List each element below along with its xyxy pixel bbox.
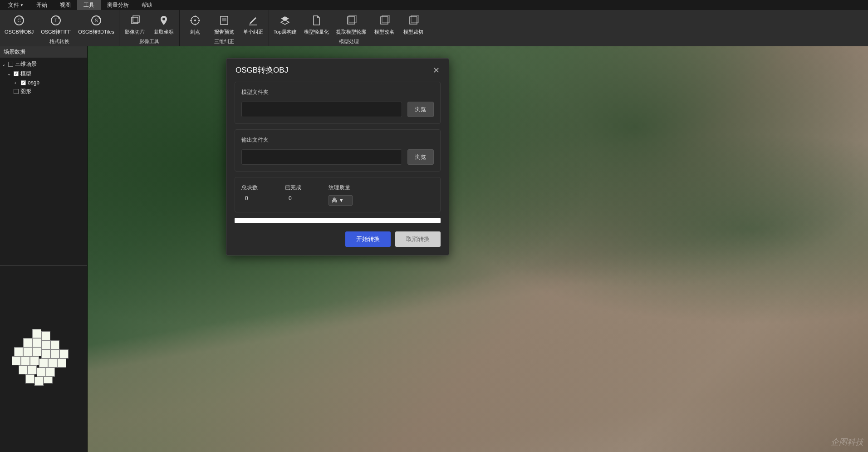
total-blocks-value: 0: [241, 195, 258, 201]
browse-output-button[interactable]: 浏览: [407, 149, 434, 165]
completed-value: 0: [285, 195, 301, 201]
output-folder-label: 输出文件夹: [241, 136, 434, 144]
target-icon: [189, 14, 201, 27]
model-folder-input[interactable]: [241, 102, 402, 117]
svg-point-10: [194, 20, 196, 21]
top-layer-build-button[interactable]: Top层构建: [270, 10, 300, 37]
report-icon: [218, 14, 230, 27]
checkbox[interactable]: [14, 89, 19, 94]
menu-file[interactable]: 文件▼: [2, 0, 30, 10]
convert-s-icon: S: [90, 14, 103, 27]
cancel-convert-button[interactable]: 取消转换: [395, 231, 441, 247]
texture-quality-select[interactable]: 高 ▼: [329, 195, 353, 206]
progress-bar: [235, 218, 441, 223]
checkbox[interactable]: [14, 71, 19, 76]
pin-icon: [157, 14, 170, 27]
divider: [0, 265, 87, 266]
sidebar-header: 场景数据: [0, 46, 87, 58]
extract-outline-button[interactable]: 提取模型轮廓: [333, 10, 370, 37]
osgb-to-tiff-button[interactable]: T OSGB转TIFF: [37, 10, 74, 37]
model-folder-label: 模型文件夹: [241, 88, 434, 96]
tree-item-graphics[interactable]: 图形: [0, 87, 87, 96]
svg-rect-16: [222, 18, 226, 21]
sidebar: 场景数据 ⌄ 三维场景 ⌄ 模型 › osgb 图形: [0, 46, 88, 452]
output-folder-input[interactable]: [241, 149, 402, 165]
menu-view[interactable]: 视图: [54, 0, 77, 10]
document-icon: [310, 14, 323, 27]
close-icon[interactable]: ✕: [433, 65, 440, 75]
menu-measure[interactable]: 测量分析: [101, 0, 135, 10]
browse-model-button[interactable]: 浏览: [407, 102, 434, 117]
rename-icon: [378, 14, 391, 27]
svg-text:S: S: [95, 18, 98, 23]
svg-rect-6: [132, 17, 138, 24]
chevron-right-icon[interactable]: ›: [15, 80, 19, 85]
model-crop-button[interactable]: 模型裁切: [399, 10, 428, 37]
model-rename-button[interactable]: 模型改名: [370, 10, 399, 37]
outline-icon: [345, 14, 358, 27]
tree-item-osgb[interactable]: › osgb: [0, 79, 87, 87]
tree-item-model[interactable]: ⌄ 模型: [0, 69, 87, 79]
menubar: 文件▼ 开始 视图 工具 测量分析 帮助: [0, 0, 868, 10]
svg-point-8: [162, 18, 165, 20]
osgb-to-3dtiles-button[interactable]: S OSGB转3DTiles: [74, 10, 118, 37]
completed-label: 已完成: [285, 184, 301, 192]
checkbox[interactable]: [21, 80, 26, 85]
total-blocks-label: 总块数: [241, 184, 258, 192]
svg-text:T: T: [54, 18, 57, 23]
tree-item-scene[interactable]: ⌄ 三维场景: [0, 59, 87, 69]
chevron-down-icon[interactable]: ⌄: [7, 71, 12, 76]
convert-t-icon: T: [49, 14, 62, 27]
prick-point-button[interactable]: 刺点: [181, 10, 210, 37]
dialog-title: OSGB转换OBJ: [235, 65, 288, 75]
3d-viewport[interactable]: 企图科技: [88, 46, 868, 452]
crop-icon: [407, 14, 420, 27]
image-slice-button[interactable]: 影像切片: [120, 10, 149, 37]
svg-rect-7: [133, 16, 139, 22]
single-correct-button[interactable]: 单个纠正: [239, 10, 268, 37]
ribbon-group-image: 影像切片 获取坐标 影像工具: [119, 10, 180, 46]
minimap[interactable]: [0, 270, 87, 452]
ribbon-group-3d-correct: 刺点 报告预览 单个纠正 三维纠正: [180, 10, 269, 46]
chevron-down-icon[interactable]: ⌄: [2, 62, 6, 67]
svg-text:C: C: [17, 18, 20, 23]
menu-tools[interactable]: 工具: [77, 0, 101, 10]
texture-quality-label: 纹理质量: [329, 184, 353, 192]
convert-c-icon: C: [13, 14, 25, 27]
checkbox[interactable]: [8, 62, 13, 67]
menu-help[interactable]: 帮助: [135, 0, 159, 10]
ribbon-group-model: Top层构建 模型轻量化 提取模型轮廓 模型改名 模型裁切 模型处理: [269, 10, 429, 46]
layers-icon: [128, 14, 141, 27]
ribbon-toolbar: C OSGB转OBJ T OSGB转TIFF S OSGB转3DTiles 格式…: [0, 10, 868, 46]
start-convert-button[interactable]: 开始转换: [345, 231, 391, 247]
osgb-to-obj-button[interactable]: C OSGB转OBJ: [1, 10, 37, 37]
scene-tree: ⌄ 三维场景 ⌄ 模型 › osgb 图形: [0, 58, 87, 262]
osgb-convert-dialog: OSGB转换OBJ ✕ 模型文件夹 浏览 输出文件夹 浏览 总块数 0: [226, 58, 449, 255]
pencil-icon: [247, 14, 260, 27]
stack-icon: [279, 14, 291, 27]
ribbon-group-format: C OSGB转OBJ T OSGB转TIFF S OSGB转3DTiles 格式…: [0, 10, 119, 46]
model-lightweight-button[interactable]: 模型轻量化: [300, 10, 333, 37]
menu-start[interactable]: 开始: [30, 0, 54, 10]
report-preview-button[interactable]: 报告预览: [210, 10, 239, 37]
get-coords-button[interactable]: 获取坐标: [149, 10, 178, 37]
watermark: 企图科技: [831, 437, 863, 447]
